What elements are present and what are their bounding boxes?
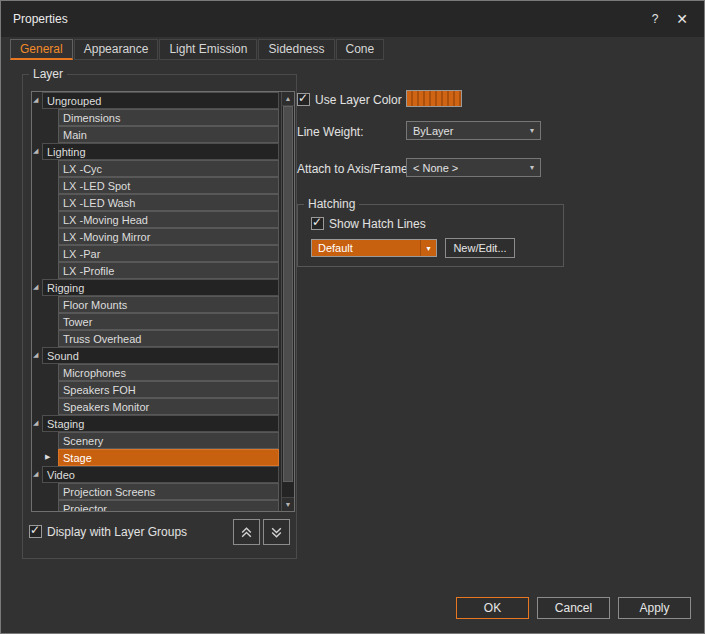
hatch-style-dropdown[interactable]: Default ▾ — [311, 239, 437, 257]
cancel-button[interactable]: Cancel — [537, 597, 610, 619]
ok-button[interactable]: OK — [456, 597, 529, 619]
tree-item-scenery[interactable]: Scenery — [32, 432, 281, 449]
tree-item-ungrouped[interactable]: ◢Ungrouped — [32, 92, 281, 109]
tree-item-label: LX -LED Spot — [63, 180, 130, 192]
tree-item-box[interactable]: LX -LED Wash — [58, 194, 279, 211]
use-layer-color-checkbox[interactable]: ✓ — [297, 93, 310, 106]
tree-item-box[interactable]: LX -Moving Head — [58, 211, 279, 228]
tree-item-floor-mounts[interactable]: Floor Mounts — [32, 296, 281, 313]
tree-item-staging[interactable]: ◢Staging — [32, 415, 281, 432]
tree-item-label: Sound — [47, 350, 79, 362]
tree-item-label: LX -Profile — [63, 265, 114, 277]
tree-item-box[interactable]: Stage — [58, 449, 279, 466]
attach-axis-dropdown[interactable]: < None > ▾ — [406, 158, 541, 177]
help-icon[interactable]: ? — [646, 10, 664, 28]
tree-item-dimensions[interactable]: Dimensions — [32, 109, 281, 126]
tree-item-truss-overhead[interactable]: Truss Overhead — [32, 330, 281, 347]
tree-item-box[interactable]: LX -Moving Mirror — [58, 228, 279, 245]
tree-item-box[interactable]: LX -Cyc — [58, 160, 279, 177]
line-weight-value: ByLayer — [413, 125, 453, 137]
tree-item-speakers-foh[interactable]: Speakers FOH — [32, 381, 281, 398]
scrollbar-thumb[interactable] — [283, 106, 293, 482]
tree-item-box[interactable]: Truss Overhead — [58, 330, 279, 347]
tab-sidedness[interactable]: Sidedness — [258, 39, 334, 60]
tree-item-video[interactable]: ◢Video — [32, 466, 281, 483]
expand-icon[interactable]: ◢ — [33, 283, 38, 291]
tree-item-box[interactable]: Staging — [42, 415, 279, 432]
scrollbar[interactable]: ▲ ▼ — [281, 92, 294, 511]
expand-icon[interactable]: ◢ — [33, 147, 38, 155]
expand-icon[interactable]: ◢ — [33, 351, 38, 359]
tree-item-box[interactable]: Dimensions — [58, 109, 279, 126]
double-chevron-down-icon — [270, 526, 283, 539]
tree-item-box[interactable]: Speakers Monitor — [58, 398, 279, 415]
tree-item-lx-par[interactable]: LX -Par — [32, 245, 281, 262]
tree-item-microphones[interactable]: Microphones — [32, 364, 281, 381]
layer-tree: ◢UngroupedDimensionsMain◢LightingLX -Cyc… — [31, 91, 295, 512]
tree-item-box[interactable]: Lighting — [42, 143, 279, 160]
tree-item-box[interactable]: Rigging — [42, 279, 279, 296]
new-edit-button[interactable]: New/Edit... — [445, 238, 515, 258]
tab-general[interactable]: General — [10, 39, 73, 60]
expand-icon[interactable]: ◢ — [33, 419, 38, 427]
check-icon: ✓ — [30, 523, 40, 537]
close-icon[interactable]: ✕ — [673, 10, 691, 28]
check-icon: ✓ — [298, 91, 308, 105]
scroll-down-icon[interactable]: ▼ — [282, 497, 294, 511]
tree-item-lx-led-wash[interactable]: LX -LED Wash — [32, 194, 281, 211]
show-hatch-lines-label: Show Hatch Lines — [329, 217, 426, 231]
show-hatch-lines-checkbox[interactable]: ✓ — [311, 217, 324, 230]
hatching-groupbox-label: Hatching — [304, 197, 359, 211]
layer-color-swatch[interactable] — [406, 90, 462, 107]
tree-item-box[interactable]: Projection Screens — [58, 483, 279, 500]
tree-item-projection-screens[interactable]: Projection Screens — [32, 483, 281, 500]
tree-item-stage[interactable]: ▶Stage — [32, 449, 281, 466]
tree-item-label: Speakers Monitor — [63, 401, 149, 413]
tree-item-label: Speakers FOH — [63, 384, 136, 396]
tree-item-label: Video — [47, 469, 75, 481]
line-weight-dropdown[interactable]: ByLayer ▾ — [406, 121, 541, 140]
tree-item-box[interactable]: Tower — [58, 313, 279, 330]
tab-cone[interactable]: Cone — [336, 39, 385, 60]
tab-light-emission[interactable]: Light Emission — [159, 39, 257, 60]
tree-item-box[interactable]: Sound — [42, 347, 279, 364]
tree-item-speakers-monitor[interactable]: Speakers Monitor — [32, 398, 281, 415]
tree-item-box[interactable]: LX -LED Spot — [58, 177, 279, 194]
move-up-button[interactable] — [233, 519, 260, 545]
tree-item-sound[interactable]: ◢Sound — [32, 347, 281, 364]
display-with-layer-groups-checkbox[interactable]: ✓ — [29, 525, 42, 538]
tree-item-tower[interactable]: Tower — [32, 313, 281, 330]
tree-item-projector[interactable]: Projector — [32, 500, 281, 511]
tree-item-label: Truss Overhead — [63, 333, 141, 345]
scroll-up-icon[interactable]: ▲ — [282, 92, 294, 106]
tree-item-lx-cyc[interactable]: LX -Cyc — [32, 160, 281, 177]
titlebar[interactable]: Properties ? ✕ — [1, 1, 704, 37]
tree-item-box[interactable]: Main — [58, 126, 279, 143]
tree-item-box[interactable]: Scenery — [58, 432, 279, 449]
tree-item-rigging[interactable]: ◢Rigging — [32, 279, 281, 296]
tree-item-box[interactable]: Microphones — [58, 364, 279, 381]
tree-item-box[interactable]: Projector — [58, 500, 279, 511]
tree-item-box[interactable]: Speakers FOH — [58, 381, 279, 398]
tree-item-box[interactable]: Video — [42, 466, 279, 483]
expand-icon[interactable]: ◢ — [33, 96, 38, 104]
tree-item-lx-led-spot[interactable]: LX -LED Spot — [32, 177, 281, 194]
expand-icon[interactable]: ◢ — [33, 470, 38, 478]
tree-item-label: Microphones — [63, 367, 126, 379]
display-with-layer-groups-label: Display with Layer Groups — [47, 525, 187, 539]
tree-item-box[interactable]: LX -Profile — [58, 262, 279, 279]
tree-item-main[interactable]: Main — [32, 126, 281, 143]
tree-item-lx-profile[interactable]: LX -Profile — [32, 262, 281, 279]
chevron-down-icon: ▾ — [530, 163, 534, 172]
tree-item-box[interactable]: Floor Mounts — [58, 296, 279, 313]
tree-item-label: Scenery — [63, 435, 103, 447]
tree-item-lighting[interactable]: ◢Lighting — [32, 143, 281, 160]
tree-item-box[interactable]: Ungrouped — [42, 92, 279, 109]
tree-item-label: Tower — [63, 316, 92, 328]
tree-item-box[interactable]: LX -Par — [58, 245, 279, 262]
tree-item-lx-moving-mirror[interactable]: LX -Moving Mirror — [32, 228, 281, 245]
move-down-button[interactable] — [263, 519, 290, 545]
tree-item-lx-moving-head[interactable]: LX -Moving Head — [32, 211, 281, 228]
apply-button[interactable]: Apply — [618, 597, 691, 619]
tab-appearance[interactable]: Appearance — [74, 39, 159, 60]
